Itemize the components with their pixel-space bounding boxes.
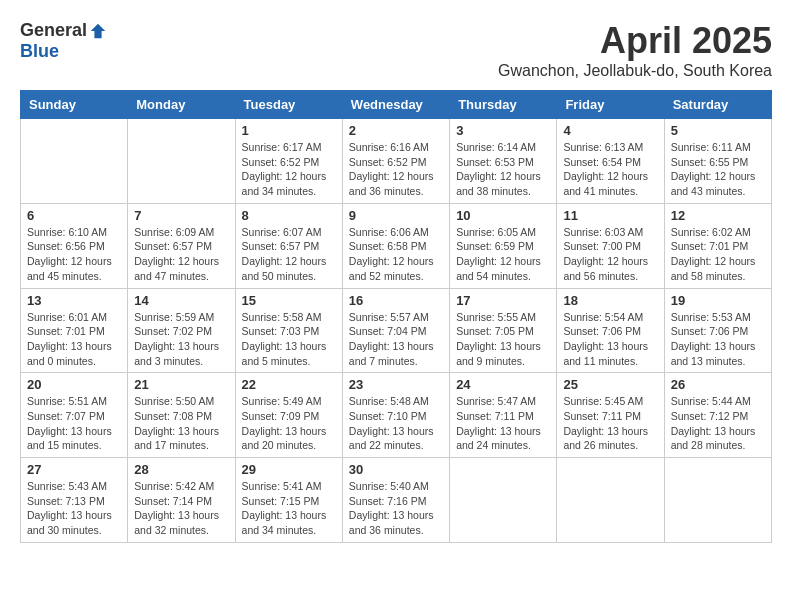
calendar-day-cell: 11Sunrise: 6:03 AM Sunset: 7:00 PM Dayli…: [557, 203, 664, 288]
weekday-header: Tuesday: [235, 91, 342, 119]
day-info: Sunrise: 5:59 AM Sunset: 7:02 PM Dayligh…: [134, 310, 228, 369]
day-number: 30: [349, 462, 443, 477]
calendar-day-cell: [557, 458, 664, 543]
day-number: 8: [242, 208, 336, 223]
page-title: April 2025: [498, 20, 772, 62]
day-number: 18: [563, 293, 657, 308]
calendar-week-row: 27Sunrise: 5:43 AM Sunset: 7:13 PM Dayli…: [21, 458, 772, 543]
day-number: 25: [563, 377, 657, 392]
logo: General Blue: [20, 20, 107, 62]
day-info: Sunrise: 6:02 AM Sunset: 7:01 PM Dayligh…: [671, 225, 765, 284]
calendar-day-cell: 29Sunrise: 5:41 AM Sunset: 7:15 PM Dayli…: [235, 458, 342, 543]
calendar-day-cell: 25Sunrise: 5:45 AM Sunset: 7:11 PM Dayli…: [557, 373, 664, 458]
calendar-header-row: SundayMondayTuesdayWednesdayThursdayFrid…: [21, 91, 772, 119]
day-info: Sunrise: 5:49 AM Sunset: 7:09 PM Dayligh…: [242, 394, 336, 453]
weekday-header: Sunday: [21, 91, 128, 119]
calendar-table: SundayMondayTuesdayWednesdayThursdayFrid…: [20, 90, 772, 543]
day-number: 15: [242, 293, 336, 308]
calendar-week-row: 1Sunrise: 6:17 AM Sunset: 6:52 PM Daylig…: [21, 119, 772, 204]
weekday-header: Monday: [128, 91, 235, 119]
day-info: Sunrise: 6:07 AM Sunset: 6:57 PM Dayligh…: [242, 225, 336, 284]
day-info: Sunrise: 5:43 AM Sunset: 7:13 PM Dayligh…: [27, 479, 121, 538]
weekday-header: Saturday: [664, 91, 771, 119]
weekday-header: Friday: [557, 91, 664, 119]
calendar-day-cell: 22Sunrise: 5:49 AM Sunset: 7:09 PM Dayli…: [235, 373, 342, 458]
calendar-week-row: 20Sunrise: 5:51 AM Sunset: 7:07 PM Dayli…: [21, 373, 772, 458]
calendar-day-cell: 14Sunrise: 5:59 AM Sunset: 7:02 PM Dayli…: [128, 288, 235, 373]
day-info: Sunrise: 6:13 AM Sunset: 6:54 PM Dayligh…: [563, 140, 657, 199]
day-number: 9: [349, 208, 443, 223]
day-number: 19: [671, 293, 765, 308]
weekday-header: Thursday: [450, 91, 557, 119]
day-number: 23: [349, 377, 443, 392]
calendar-week-row: 6Sunrise: 6:10 AM Sunset: 6:56 PM Daylig…: [21, 203, 772, 288]
day-info: Sunrise: 6:11 AM Sunset: 6:55 PM Dayligh…: [671, 140, 765, 199]
day-info: Sunrise: 5:50 AM Sunset: 7:08 PM Dayligh…: [134, 394, 228, 453]
day-number: 28: [134, 462, 228, 477]
day-info: Sunrise: 5:48 AM Sunset: 7:10 PM Dayligh…: [349, 394, 443, 453]
page-header: General Blue April 2025 Gwanchon, Jeolla…: [20, 20, 772, 80]
calendar-day-cell: 28Sunrise: 5:42 AM Sunset: 7:14 PM Dayli…: [128, 458, 235, 543]
calendar-day-cell: [450, 458, 557, 543]
day-info: Sunrise: 6:06 AM Sunset: 6:58 PM Dayligh…: [349, 225, 443, 284]
title-block: April 2025 Gwanchon, Jeollabuk-do, South…: [498, 20, 772, 80]
calendar-day-cell: [21, 119, 128, 204]
calendar-day-cell: 27Sunrise: 5:43 AM Sunset: 7:13 PM Dayli…: [21, 458, 128, 543]
calendar-day-cell: 19Sunrise: 5:53 AM Sunset: 7:06 PM Dayli…: [664, 288, 771, 373]
calendar-day-cell: 30Sunrise: 5:40 AM Sunset: 7:16 PM Dayli…: [342, 458, 449, 543]
day-number: 13: [27, 293, 121, 308]
calendar-day-cell: 10Sunrise: 6:05 AM Sunset: 6:59 PM Dayli…: [450, 203, 557, 288]
calendar-day-cell: 7Sunrise: 6:09 AM Sunset: 6:57 PM Daylig…: [128, 203, 235, 288]
day-number: 4: [563, 123, 657, 138]
day-info: Sunrise: 6:05 AM Sunset: 6:59 PM Dayligh…: [456, 225, 550, 284]
day-number: 2: [349, 123, 443, 138]
day-info: Sunrise: 5:55 AM Sunset: 7:05 PM Dayligh…: [456, 310, 550, 369]
day-info: Sunrise: 5:45 AM Sunset: 7:11 PM Dayligh…: [563, 394, 657, 453]
day-number: 3: [456, 123, 550, 138]
calendar-day-cell: 18Sunrise: 5:54 AM Sunset: 7:06 PM Dayli…: [557, 288, 664, 373]
svg-marker-0: [91, 23, 105, 37]
logo-general-text: General: [20, 20, 87, 41]
day-number: 21: [134, 377, 228, 392]
calendar-day-cell: 13Sunrise: 6:01 AM Sunset: 7:01 PM Dayli…: [21, 288, 128, 373]
calendar-day-cell: 12Sunrise: 6:02 AM Sunset: 7:01 PM Dayli…: [664, 203, 771, 288]
calendar-day-cell: 16Sunrise: 5:57 AM Sunset: 7:04 PM Dayli…: [342, 288, 449, 373]
day-info: Sunrise: 5:41 AM Sunset: 7:15 PM Dayligh…: [242, 479, 336, 538]
day-info: Sunrise: 5:53 AM Sunset: 7:06 PM Dayligh…: [671, 310, 765, 369]
calendar-day-cell: 15Sunrise: 5:58 AM Sunset: 7:03 PM Dayli…: [235, 288, 342, 373]
day-number: 1: [242, 123, 336, 138]
day-info: Sunrise: 6:14 AM Sunset: 6:53 PM Dayligh…: [456, 140, 550, 199]
day-number: 11: [563, 208, 657, 223]
day-number: 26: [671, 377, 765, 392]
calendar-day-cell: 21Sunrise: 5:50 AM Sunset: 7:08 PM Dayli…: [128, 373, 235, 458]
day-number: 7: [134, 208, 228, 223]
day-number: 5: [671, 123, 765, 138]
day-number: 27: [27, 462, 121, 477]
day-info: Sunrise: 5:51 AM Sunset: 7:07 PM Dayligh…: [27, 394, 121, 453]
calendar-day-cell: 24Sunrise: 5:47 AM Sunset: 7:11 PM Dayli…: [450, 373, 557, 458]
day-number: 6: [27, 208, 121, 223]
day-info: Sunrise: 5:47 AM Sunset: 7:11 PM Dayligh…: [456, 394, 550, 453]
calendar-day-cell: [128, 119, 235, 204]
logo-blue-text: Blue: [20, 41, 59, 62]
calendar-day-cell: 20Sunrise: 5:51 AM Sunset: 7:07 PM Dayli…: [21, 373, 128, 458]
calendar-day-cell: [664, 458, 771, 543]
day-info: Sunrise: 5:57 AM Sunset: 7:04 PM Dayligh…: [349, 310, 443, 369]
calendar-day-cell: 4Sunrise: 6:13 AM Sunset: 6:54 PM Daylig…: [557, 119, 664, 204]
day-info: Sunrise: 5:54 AM Sunset: 7:06 PM Dayligh…: [563, 310, 657, 369]
calendar-day-cell: 17Sunrise: 5:55 AM Sunset: 7:05 PM Dayli…: [450, 288, 557, 373]
calendar-day-cell: 9Sunrise: 6:06 AM Sunset: 6:58 PM Daylig…: [342, 203, 449, 288]
calendar-day-cell: 8Sunrise: 6:07 AM Sunset: 6:57 PM Daylig…: [235, 203, 342, 288]
day-number: 10: [456, 208, 550, 223]
day-number: 16: [349, 293, 443, 308]
day-number: 29: [242, 462, 336, 477]
logo-icon: [89, 22, 107, 40]
calendar-day-cell: 5Sunrise: 6:11 AM Sunset: 6:55 PM Daylig…: [664, 119, 771, 204]
day-number: 17: [456, 293, 550, 308]
calendar-day-cell: 3Sunrise: 6:14 AM Sunset: 6:53 PM Daylig…: [450, 119, 557, 204]
day-number: 20: [27, 377, 121, 392]
calendar-day-cell: 23Sunrise: 5:48 AM Sunset: 7:10 PM Dayli…: [342, 373, 449, 458]
day-info: Sunrise: 6:16 AM Sunset: 6:52 PM Dayligh…: [349, 140, 443, 199]
day-number: 14: [134, 293, 228, 308]
calendar-day-cell: 2Sunrise: 6:16 AM Sunset: 6:52 PM Daylig…: [342, 119, 449, 204]
